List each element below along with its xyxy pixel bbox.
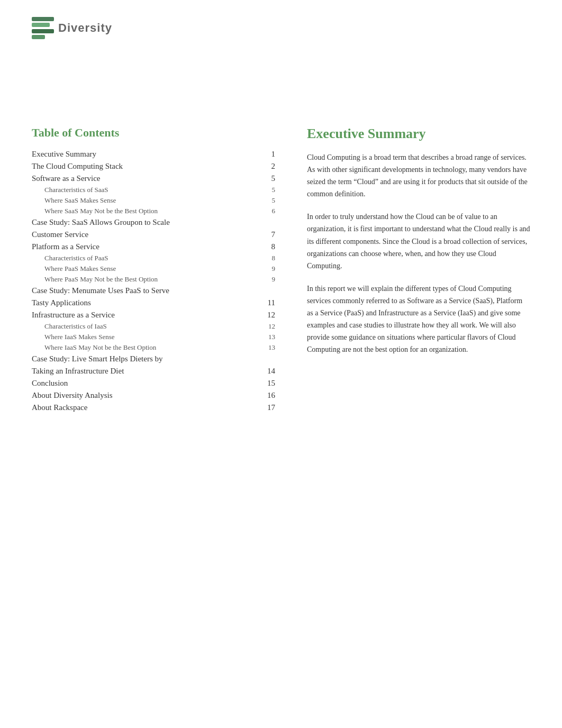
logo-text: Diversity — [58, 21, 112, 35]
toc-row: The Cloud Computing Stack2 — [32, 160, 275, 172]
toc-entry-label: Where SaaS May Not be the Best Option — [32, 206, 252, 216]
toc-row: Executive Summary1 — [32, 148, 275, 160]
toc-entry-page — [252, 353, 275, 365]
toc-entry-page: 15 — [252, 377, 275, 389]
logo-area: Diversity — [32, 15, 112, 41]
toc-entry-label: Where IaaS Makes Sense — [32, 332, 252, 342]
toc-row: Case Study: Menumate Uses PaaS to Serve — [32, 285, 275, 297]
toc-row: Tasty Applications11 — [32, 297, 275, 309]
toc-entry-label: Case Study: Live Smart Helps Dieters by — [32, 353, 252, 365]
toc-entry-label: Where SaaS Makes Sense — [32, 195, 252, 206]
toc-entry-page: 11 — [252, 297, 275, 309]
toc-row: Case Study: Live Smart Helps Dieters by — [32, 353, 275, 365]
exec-paragraph: In this report we will explain the diffe… — [307, 283, 530, 356]
toc-row: Characteristics of SaaS5 — [32, 185, 275, 195]
toc-row: Where IaaS May Not be the Best Option13 — [32, 342, 275, 353]
toc-title: Table of Contents — [32, 126, 275, 140]
toc-entry-label: The Cloud Computing Stack — [32, 160, 252, 172]
toc-entry-page: 8 — [252, 241, 275, 253]
toc-row: Infrastructure as a Service12 — [32, 309, 275, 321]
toc-entry-label: Taking an Infrastructure Diet — [32, 365, 252, 377]
toc-entry-page: 17 — [252, 402, 275, 414]
toc-entry-page: 12 — [252, 309, 275, 321]
toc-row: Characteristics of PaaS8 — [32, 253, 275, 263]
right-column: Executive Summary Cloud Computing is a b… — [296, 126, 530, 414]
toc-row: Where SaaS Makes Sense5 — [32, 195, 275, 206]
toc-entry-label: Where PaaS May Not be the Best Option — [32, 274, 252, 285]
logo-bar-2 — [32, 23, 50, 27]
toc-row: Taking an Infrastructure Diet14 — [32, 365, 275, 377]
toc-row: Conclusion15 — [32, 377, 275, 389]
exec-summary-title: Executive Summary — [307, 126, 530, 142]
toc-entry-label: About Diversity Analysis — [32, 389, 252, 402]
toc-row: Where SaaS May Not be the Best Option6 — [32, 206, 275, 216]
exec-paragraph: Cloud Computing is a broad term that des… — [307, 151, 530, 200]
left-column: Table of Contents Executive Summary1The … — [32, 126, 275, 414]
logo-bar-4 — [32, 35, 45, 39]
toc-entry-page — [252, 285, 275, 297]
logo-bar-3 — [32, 29, 54, 33]
toc-entry-label: Tasty Applications — [32, 297, 252, 309]
toc-entry-page: 6 — [252, 206, 275, 216]
toc-entry-page: 9 — [252, 263, 275, 274]
page: Diversity Table of Contents Executive Su… — [0, 0, 562, 435]
toc-entry-label: Software as a Service — [32, 172, 252, 185]
header: Diversity — [0, 0, 562, 52]
toc-entry-page: 14 — [252, 365, 275, 377]
toc-entry-page: 13 — [252, 342, 275, 353]
toc-entry-label: Characteristics of SaaS — [32, 185, 252, 195]
toc-entry-label: Characteristics of PaaS — [32, 253, 252, 263]
toc-entry-page: 1 — [252, 148, 275, 160]
toc-entry-label: Where IaaS May Not be the Best Option — [32, 342, 252, 353]
toc-entry-label: Infrastructure as a Service — [32, 309, 252, 321]
logo-bar-1 — [32, 17, 54, 21]
toc-entry-label: Customer Service — [32, 229, 252, 241]
toc-entry-label: Characteristics of IaaS — [32, 321, 252, 332]
toc-entry-page: 13 — [252, 332, 275, 342]
toc-entry-page: 7 — [252, 229, 275, 241]
toc-row: About Rackspace17 — [32, 402, 275, 414]
toc-entry-page: 8 — [252, 253, 275, 263]
toc-entry-page: 9 — [252, 274, 275, 285]
toc-entry-label: Case Study: SaaS Allows Groupon to Scale — [32, 216, 252, 229]
toc-entry-label: Executive Summary — [32, 148, 252, 160]
toc-entry-label: Case Study: Menumate Uses PaaS to Serve — [32, 285, 252, 297]
toc-entry-label: About Rackspace — [32, 402, 252, 414]
toc-row: Characteristics of IaaS12 — [32, 321, 275, 332]
toc-row: Software as a Service5 — [32, 172, 275, 185]
toc-entry-page: 5 — [252, 172, 275, 185]
exec-paragraphs: Cloud Computing is a broad term that des… — [307, 151, 530, 356]
toc-row: Where PaaS May Not be the Best Option9 — [32, 274, 275, 285]
toc-table: Executive Summary1The Cloud Computing St… — [32, 148, 275, 414]
toc-entry-label: Platform as a Service — [32, 241, 252, 253]
toc-row: About Diversity Analysis16 — [32, 389, 275, 402]
toc-row: Customer Service7 — [32, 229, 275, 241]
toc-row: Where PaaS Makes Sense9 — [32, 263, 275, 274]
toc-row: Case Study: SaaS Allows Groupon to Scale — [32, 216, 275, 229]
toc-entry-page: 12 — [252, 321, 275, 332]
toc-row: Where IaaS Makes Sense13 — [32, 332, 275, 342]
toc-entry-label: Where PaaS Makes Sense — [32, 263, 252, 274]
toc-row: Platform as a Service8 — [32, 241, 275, 253]
toc-entry-page: 5 — [252, 185, 275, 195]
main-content: Table of Contents Executive Summary1The … — [0, 115, 562, 435]
exec-paragraph: In order to truly understand how the Clo… — [307, 211, 530, 271]
toc-entry-page: 16 — [252, 389, 275, 402]
toc-entry-page — [252, 216, 275, 229]
toc-entry-page: 5 — [252, 195, 275, 206]
toc-entry-label: Conclusion — [32, 377, 252, 389]
logo-icon — [32, 15, 54, 41]
toc-entry-page: 2 — [252, 160, 275, 172]
